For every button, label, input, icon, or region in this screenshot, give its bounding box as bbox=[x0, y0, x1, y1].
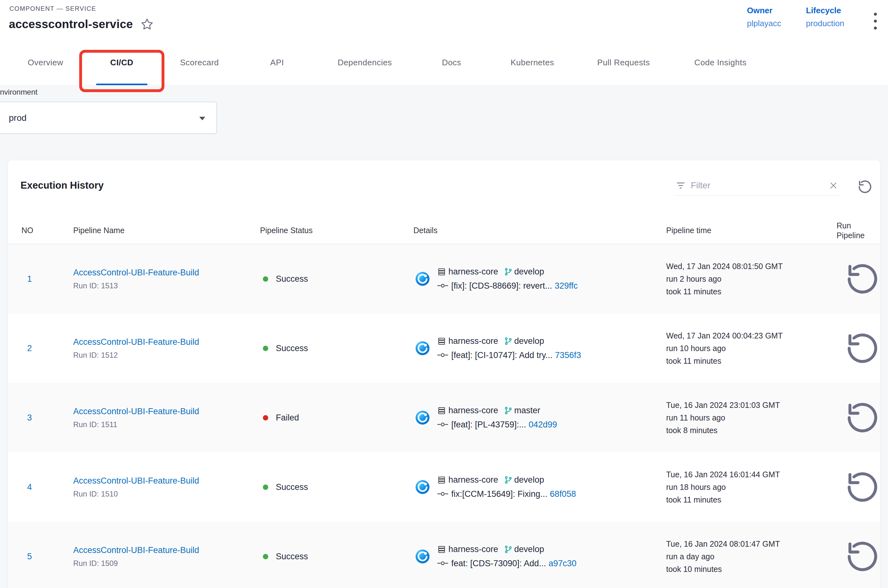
row-number-link[interactable]: 5 bbox=[21, 552, 73, 561]
run-id: Run ID: 1513 bbox=[73, 281, 260, 290]
commit-icon bbox=[437, 352, 448, 358]
refresh-icon[interactable] bbox=[857, 179, 873, 194]
table-row: 4 AccessControl-UBI-Feature-Build Run ID… bbox=[8, 452, 880, 522]
pipeline-name-link[interactable]: AccessControl-UBI-Feature-Build bbox=[73, 406, 260, 416]
pipeline-time-date: Wed, 17 Jan 2024 08:01:50 GMT bbox=[666, 260, 837, 273]
repo-name: harness-core bbox=[448, 267, 498, 277]
tab[interactable]: Pull Requests bbox=[585, 40, 663, 85]
run-pipeline-icon[interactable] bbox=[845, 539, 880, 574]
pipeline-time-took: took 10 minutes bbox=[666, 563, 837, 575]
commit-icon bbox=[437, 492, 448, 497]
environment-selected-value: prod bbox=[9, 113, 27, 123]
pipeline-time-date: Tue, 16 Jan 2024 16:01:44 GMT bbox=[666, 468, 837, 481]
status-text: Success bbox=[276, 552, 308, 561]
owner-value-link[interactable]: plplayacc bbox=[747, 19, 781, 28]
repo-name: harness-core bbox=[448, 336, 498, 346]
tab-label: CI/CD bbox=[110, 58, 133, 68]
git-branch-icon bbox=[504, 406, 512, 415]
tab[interactable]: Docs bbox=[429, 40, 474, 85]
run-id: Run ID: 1510 bbox=[73, 490, 260, 498]
tab[interactable]: Kubernetes bbox=[498, 40, 567, 85]
pipeline-time: Wed, 17 Jan 2024 08:01:50 GMT run 2 hour… bbox=[666, 260, 837, 298]
repo-name: harness-core bbox=[448, 544, 498, 554]
tab[interactable]: CI/CD bbox=[93, 40, 150, 85]
branch-name: develop bbox=[514, 544, 544, 554]
page-header: COMPONENT — SERVICE accesscontrol-servic… bbox=[0, 0, 888, 40]
clear-filter-icon[interactable] bbox=[829, 181, 838, 190]
pipeline-time-run: run 18 hours ago bbox=[666, 481, 837, 494]
run-pipeline-icon[interactable] bbox=[845, 470, 880, 505]
pipeline-name-link[interactable]: AccessControl-UBI-Feature-Build bbox=[73, 545, 260, 555]
tab-label: Scorecard bbox=[180, 58, 219, 68]
table-row: 5 AccessControl-UBI-Feature-Build Run ID… bbox=[8, 522, 880, 588]
pipeline-time-run: run a day ago bbox=[666, 550, 837, 563]
commit-hash-link[interactable]: a97c30 bbox=[548, 559, 577, 568]
pipeline-time-took: took 11 minutes bbox=[666, 355, 837, 367]
branch-name: master bbox=[514, 406, 541, 416]
table-row: 3 AccessControl-UBI-Feature-Build Run ID… bbox=[8, 383, 880, 452]
tab-label: Overview bbox=[28, 58, 63, 68]
repository-icon bbox=[437, 267, 446, 276]
tab[interactable]: Code Insights bbox=[682, 40, 759, 85]
tab-label: Docs bbox=[442, 58, 461, 68]
git-branch-icon bbox=[504, 337, 512, 345]
row-number-link[interactable]: 3 bbox=[21, 413, 73, 423]
pipeline-time: Tue, 16 Jan 2024 08:01:47 GMT run a day … bbox=[666, 537, 837, 575]
commit-message: fix:[CCM-15649]: Fixing... bbox=[451, 489, 547, 499]
run-pipeline-icon[interactable] bbox=[845, 400, 880, 435]
tab[interactable]: API bbox=[257, 40, 296, 85]
commit-hash-link[interactable]: 329ffc bbox=[555, 281, 578, 291]
favorite-star-icon[interactable] bbox=[140, 18, 154, 31]
environment-dropdown[interactable]: prod bbox=[0, 102, 217, 134]
harness-pipeline-icon bbox=[415, 549, 430, 564]
branch-name: develop bbox=[514, 267, 544, 277]
column-header: Run Pipeline bbox=[837, 221, 877, 240]
column-header: Details bbox=[413, 226, 666, 235]
status-dot bbox=[263, 276, 268, 282]
branch-name: develop bbox=[514, 475, 544, 485]
commit-hash-link[interactable]: 7356f3 bbox=[555, 351, 581, 360]
kebab-menu-icon[interactable] bbox=[868, 11, 882, 30]
run-pipeline-icon[interactable] bbox=[845, 331, 880, 366]
pipeline-name-link[interactable]: AccessControl-UBI-Feature-Build bbox=[73, 476, 260, 486]
row-number-link[interactable]: 2 bbox=[21, 344, 73, 353]
tab[interactable]: Dependencies bbox=[325, 40, 404, 85]
lifecycle-value: production bbox=[806, 19, 844, 28]
harness-pipeline-icon bbox=[415, 272, 430, 286]
run-id: Run ID: 1512 bbox=[73, 351, 260, 360]
pipeline-time-date: Wed, 17 Jan 2024 00:04:23 GMT bbox=[666, 329, 837, 342]
git-branch-icon bbox=[504, 476, 512, 484]
pipeline-time: Tue, 16 Jan 2024 16:01:44 GMT run 18 hou… bbox=[666, 468, 837, 506]
table-row: 2 AccessControl-UBI-Feature-Build Run ID… bbox=[8, 314, 880, 383]
pipeline-time-run: run 2 hours ago bbox=[666, 273, 837, 285]
pipeline-time: Tue, 16 Jan 2024 23:01:03 GMT run 11 hou… bbox=[666, 399, 837, 436]
status-text: Failed bbox=[276, 413, 299, 423]
run-pipeline-icon[interactable] bbox=[845, 261, 880, 297]
owner-label: Owner bbox=[747, 6, 781, 15]
pipeline-name-link[interactable]: AccessControl-UBI-Feature-Build bbox=[73, 337, 260, 347]
pipeline-time-took: took 11 minutes bbox=[666, 285, 837, 298]
commit-message: feat: [CDS-73090]: Add... bbox=[451, 559, 546, 568]
column-header: NO bbox=[21, 226, 73, 235]
filter-input[interactable] bbox=[691, 180, 824, 190]
pipeline-name-link[interactable]: AccessControl-UBI-Feature-Build bbox=[73, 268, 260, 278]
repository-icon bbox=[437, 406, 446, 415]
commit-hash-link[interactable]: 042d99 bbox=[529, 420, 557, 430]
pipeline-time-took: took 11 minutes bbox=[666, 494, 837, 506]
tab[interactable]: Scorecard bbox=[168, 40, 231, 85]
tab-label: Pull Requests bbox=[597, 58, 650, 68]
tab-bar: Overview CI/CD Scorecard API Dependencie… bbox=[0, 40, 888, 86]
branch-name: develop bbox=[514, 336, 544, 346]
status-text: Success bbox=[276, 274, 308, 284]
pipeline-time-run: run 11 hours ago bbox=[666, 411, 837, 424]
row-number-link[interactable]: 1 bbox=[21, 274, 73, 284]
commit-icon bbox=[437, 561, 448, 567]
tab-label: Kubernetes bbox=[511, 58, 554, 68]
table-rows: 1 AccessControl-UBI-Feature-Build Run ID… bbox=[8, 244, 880, 588]
pipeline-time-took: took 8 minutes bbox=[666, 424, 837, 436]
tab-label: API bbox=[270, 58, 284, 68]
tab[interactable]: Overview bbox=[15, 40, 76, 85]
repo-name: harness-core bbox=[448, 406, 498, 416]
row-number-link[interactable]: 4 bbox=[21, 482, 73, 492]
commit-hash-link[interactable]: 68f058 bbox=[550, 489, 576, 499]
